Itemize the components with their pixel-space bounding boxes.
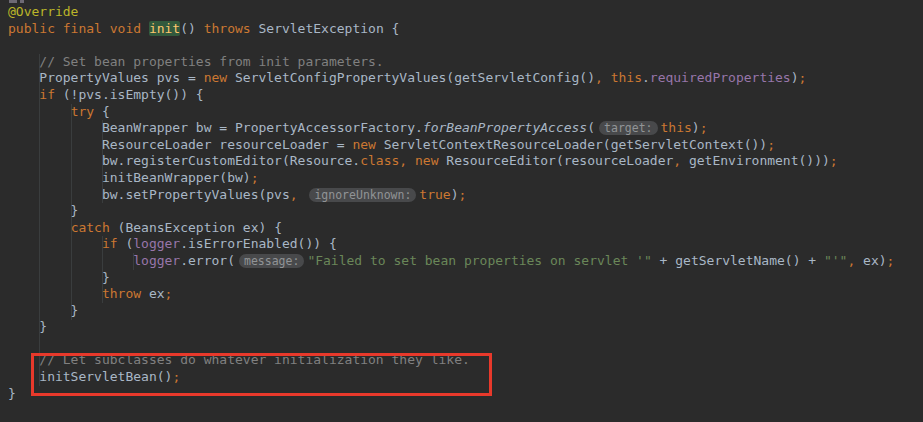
code-token — [8, 286, 102, 301]
code-token: } — [8, 203, 78, 218]
code-token: + getServletName() + — [652, 253, 824, 268]
code-token — [8, 104, 71, 119]
code-token: "'" — [824, 253, 847, 268]
code-token — [8, 253, 133, 268]
code-token: ex) — [855, 253, 886, 268]
code-token: class — [360, 153, 399, 168]
code-token: { — [94, 104, 110, 119]
code-line[interactable]: catch (BeansException ex) { — [8, 220, 923, 237]
code-token: ResourceLoader resourceLoader = — [8, 137, 352, 152]
code-line[interactable]: logger.error(message:"Failed to set bean… — [8, 253, 923, 270]
code-line[interactable]: public final void init() throws ServletE… — [8, 21, 923, 38]
code-token: (BeansException ex) { — [110, 220, 282, 235]
code-line[interactable]: PropertyValues pvs = new ServletConfigPr… — [8, 70, 923, 87]
code-token: ResourceEditor(resourceLoader — [438, 153, 673, 168]
code-token: ServletConfigPropertyValues(getServletCo… — [227, 70, 595, 85]
code-line[interactable] — [8, 37, 923, 54]
code-token — [8, 87, 39, 102]
code-token: } — [8, 319, 47, 334]
code-token: ; — [887, 253, 895, 268]
code-line[interactable]: if (!pvs.isEmpty()) { — [8, 87, 923, 104]
code-token: , — [673, 153, 681, 168]
code-line[interactable]: ResourceLoader resourceLoader = new Serv… — [8, 137, 923, 154]
code-token — [8, 220, 71, 235]
code-line[interactable]: @Override — [8, 4, 923, 21]
code-line[interactable] — [8, 336, 923, 353]
code-token — [8, 236, 102, 251]
code-token: ; — [700, 120, 708, 135]
code-line[interactable]: } — [8, 386, 923, 403]
code-token: , — [290, 187, 298, 202]
code-token: forBeanPropertyAccess — [423, 120, 587, 135]
code-token: this — [611, 70, 642, 85]
code-token: } — [8, 386, 16, 401]
code-token: ServletException { — [251, 21, 400, 36]
code-token: ( — [587, 120, 595, 135]
code-token: "Failed to set bean properties on servle… — [307, 253, 651, 268]
code-token — [603, 70, 611, 85]
code-token: // Set bean properties from init paramet… — [39, 54, 383, 69]
code-token: getEnvironment())) — [681, 153, 830, 168]
code-token — [8, 352, 39, 367]
code-token: throw — [102, 286, 141, 301]
code-line[interactable]: } — [8, 303, 923, 320]
code-editor[interactable]: @Overridepublic final void init() throws… — [0, 0, 923, 422]
code-token: logger — [133, 236, 180, 251]
code-token: .isErrorEnabled()) { — [180, 236, 337, 251]
code-token: ) — [791, 70, 799, 85]
code-line[interactable]: BeanWrapper bw = PropertyAccessorFactory… — [8, 120, 923, 137]
code-token: PropertyValues pvs = — [8, 70, 204, 85]
code-token: initServletBean() — [8, 369, 172, 384]
code-token: .error( — [180, 253, 235, 268]
code-token: catch — [71, 220, 110, 235]
code-token: ) — [692, 120, 700, 135]
code-line[interactable]: initBeanWrapper(bw); — [8, 170, 923, 187]
code-token: ; — [459, 187, 467, 202]
code-token — [298, 187, 306, 202]
code-line[interactable]: throw ex; — [8, 286, 923, 303]
code-token: initBeanWrapper(bw) — [8, 170, 251, 185]
code-token: new — [415, 153, 438, 168]
clipped-line-fragment — [9, 0, 17, 3]
code-line[interactable]: } — [8, 203, 923, 220]
code-token: @Override — [8, 4, 78, 19]
code-token: logger — [133, 253, 180, 268]
code-line[interactable]: initServletBean(); — [8, 369, 923, 386]
code-token: ; — [799, 70, 807, 85]
code-line[interactable]: bw.setPropertyValues(pvs, ignoreUnknown:… — [8, 187, 923, 204]
code-token: if — [102, 236, 118, 251]
code-token: (!pvs.isEmpty()) { — [55, 87, 204, 102]
highlighted-identifier: init — [149, 21, 180, 36]
code-token: this — [661, 120, 692, 135]
code-token: // Let subclasses do whatever initializa… — [39, 352, 469, 367]
code-line[interactable]: try { — [8, 104, 923, 121]
code-token: ; — [767, 137, 775, 152]
parameter-hint-pill: message: — [239, 254, 304, 268]
code-token: ; — [165, 286, 173, 301]
code-token: ( — [118, 236, 134, 251]
code-token: . — [642, 70, 650, 85]
code-token: bw.setPropertyValues(pvs — [8, 187, 290, 202]
code-token: bw.registerCustomEditor(Resource. — [8, 153, 360, 168]
code-token: ; — [172, 369, 180, 384]
code-line[interactable]: // Set bean properties from init paramet… — [8, 54, 923, 71]
code-token: } — [8, 303, 78, 318]
code-token: throws — [204, 21, 251, 36]
code-line[interactable]: } — [8, 319, 923, 336]
code-token — [8, 54, 39, 69]
code-token: ex — [141, 286, 164, 301]
code-token: if — [39, 87, 55, 102]
code-line[interactable]: } — [8, 270, 923, 287]
code-token: new — [204, 70, 227, 85]
parameter-hint-pill: ignoreUnknown: — [309, 188, 416, 202]
code-line[interactable]: bw.registerCustomEditor(Resource.class, … — [8, 153, 923, 170]
code-token: true — [419, 187, 450, 202]
code-token: ; — [251, 170, 259, 185]
code-line[interactable]: // Let subclasses do whatever initializa… — [8, 352, 923, 369]
code-line[interactable]: if (logger.isErrorEnabled()) { — [8, 236, 923, 253]
parameter-hint-pill: target: — [599, 121, 657, 135]
code-token: BeanWrapper bw = PropertyAccessorFactory… — [8, 120, 423, 135]
code-token: () — [180, 21, 203, 36]
code-area[interactable]: @Overridepublic final void init() throws… — [8, 4, 923, 402]
code-token: } — [8, 270, 110, 285]
